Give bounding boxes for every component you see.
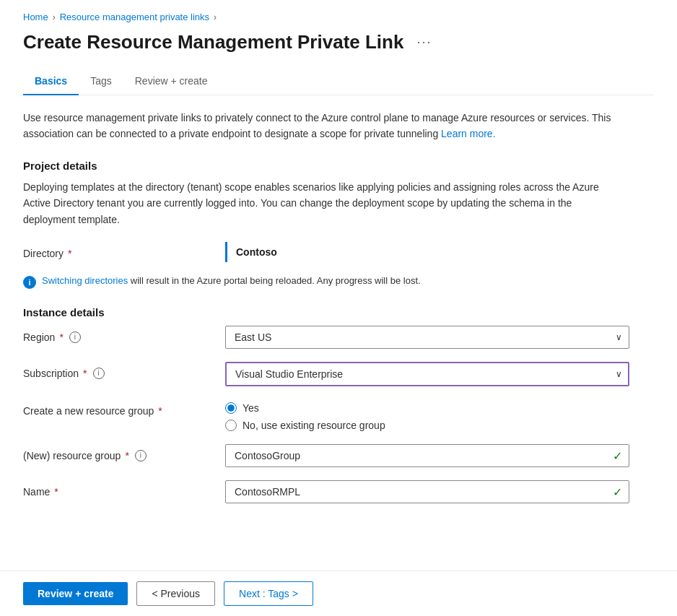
radio-no-label: No, use existing resource group xyxy=(243,420,385,431)
tabs-container: Basics Tags Review + create xyxy=(23,68,654,95)
breadcrumb-home[interactable]: Home xyxy=(23,12,48,22)
project-details-body: Deploying templates at the directory (te… xyxy=(23,179,615,227)
footer: Review + create < Previous Next : Tags > xyxy=(0,571,677,616)
resource-group-name-field-row: (New) resource group * i ✓ xyxy=(23,444,654,467)
tab-basics[interactable]: Basics xyxy=(23,68,79,95)
subscription-field-row: Subscription * i Visual Studio Enterpris… xyxy=(23,362,654,386)
new-resource-group-label: Create a new resource group * xyxy=(23,399,225,417)
instance-details-title: Instance details xyxy=(23,306,654,318)
radio-option-no[interactable]: No, use existing resource group xyxy=(225,420,385,431)
breadcrumb: Home › Resource management private links… xyxy=(23,12,654,22)
page-title: Create Resource Management Private Link xyxy=(23,31,403,53)
page-title-row: Create Resource Management Private Link … xyxy=(23,31,654,53)
region-required-star: * xyxy=(59,331,63,343)
region-info-icon[interactable]: i xyxy=(69,331,81,343)
next-button[interactable]: Next : Tags > xyxy=(224,581,313,606)
radio-yes-label: Yes xyxy=(243,402,259,414)
directory-value: Contoso xyxy=(225,242,277,262)
region-select-wrapper: East US West US West Europe East Asia ∨ xyxy=(225,326,629,349)
region-field-row: Region * i East US West US West Europe E… xyxy=(23,326,654,349)
new-resource-group-field-row: Create a new resource group * Yes No, us… xyxy=(23,399,654,431)
tab-review-create[interactable]: Review + create xyxy=(123,68,219,95)
name-required-star: * xyxy=(54,486,58,498)
info-banner: i Switching directories will result in t… xyxy=(23,275,654,289)
name-label: Name * xyxy=(23,480,225,498)
radio-option-yes[interactable]: Yes xyxy=(225,402,385,414)
resource-group-name-input-wrapper: ✓ xyxy=(225,444,629,467)
region-select[interactable]: East US West US West Europe East Asia xyxy=(225,326,629,349)
directory-label: Directory * xyxy=(23,242,225,259)
radio-yes-input[interactable] xyxy=(225,402,237,414)
name-check-icon: ✓ xyxy=(613,485,622,498)
radio-no-input[interactable] xyxy=(225,420,237,431)
subscription-select-wrapper: Visual Studio Enterprise Pay-As-You-Go ∨ xyxy=(225,362,629,386)
directory-field-row: Directory * Contoso xyxy=(23,242,654,262)
resource-group-radio-group: Yes No, use existing resource group xyxy=(225,399,385,431)
region-label: Region * i xyxy=(23,326,225,343)
previous-button[interactable]: < Previous xyxy=(136,581,215,606)
directory-required-star: * xyxy=(68,248,71,259)
subscription-label: Subscription * i xyxy=(23,362,225,379)
info-banner-text: Switching directories will result in the… xyxy=(42,275,421,286)
learn-more-link[interactable]: Learn more. xyxy=(441,128,495,139)
breadcrumb-parent[interactable]: Resource management private links xyxy=(60,12,209,22)
name-field-row: Name * ✓ xyxy=(23,480,654,503)
rg-name-info-icon[interactable]: i xyxy=(135,450,147,461)
rg-name-check-icon: ✓ xyxy=(613,448,622,462)
breadcrumb-sep2: › xyxy=(214,12,217,22)
subscription-info-icon[interactable]: i xyxy=(93,368,105,379)
review-create-button[interactable]: Review + create xyxy=(23,582,128,605)
switching-directories-link[interactable]: Switching directories xyxy=(42,275,128,286)
info-circle-icon: i xyxy=(23,276,36,289)
ellipsis-menu-button[interactable]: ··· xyxy=(411,33,437,51)
breadcrumb-sep1: › xyxy=(53,12,56,22)
resource-group-name-input[interactable] xyxy=(225,444,629,467)
name-input-wrapper: ✓ xyxy=(225,480,629,503)
name-input[interactable] xyxy=(225,480,629,503)
subscription-select[interactable]: Visual Studio Enterprise Pay-As-You-Go xyxy=(225,362,629,386)
resource-group-name-label: (New) resource group * i xyxy=(23,444,225,461)
new-resource-group-required-star: * xyxy=(158,405,162,417)
tab-tags[interactable]: Tags xyxy=(79,68,123,95)
page-description: Use resource management private links to… xyxy=(23,110,615,142)
subscription-required-star: * xyxy=(83,368,87,379)
project-details-title: Project details xyxy=(23,160,654,172)
rg-name-required-star: * xyxy=(125,450,128,461)
